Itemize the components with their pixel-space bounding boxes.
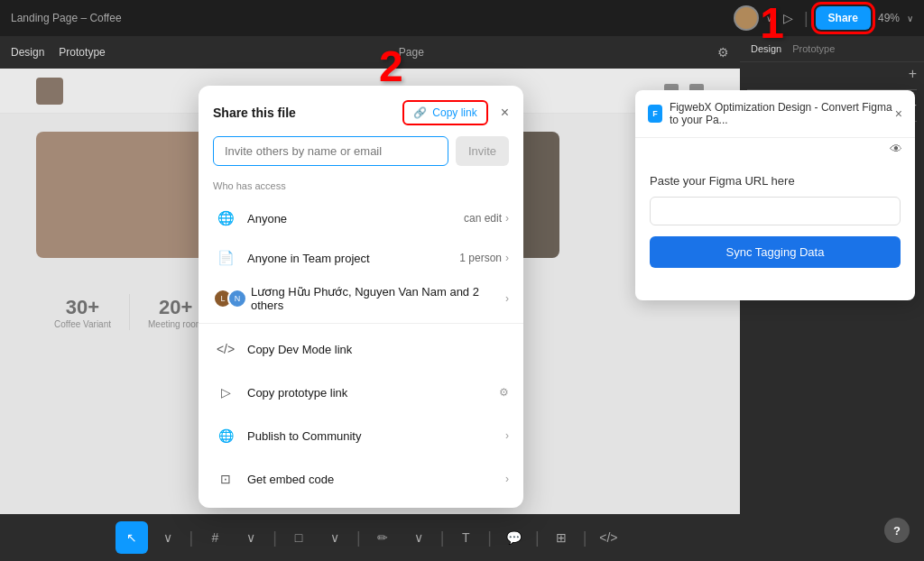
action-item-prototype[interactable]: ▷ Copy prototype link ⚙ [199, 371, 523, 414]
figwebx-url-input[interactable] [650, 197, 901, 225]
action-right-embed: › [505, 473, 509, 485]
settings-icon[interactable]: ⚙ [717, 45, 729, 60]
action-name-dev: Copy Dev Mode link [247, 343, 352, 356]
hero-image-light [36, 132, 217, 258]
action-left-dev: </> Copy Dev Mode link [213, 336, 352, 362]
embed-icon: ⊡ [213, 466, 238, 492]
annotation-1: 1 [760, 2, 784, 45]
text-tool-button[interactable]: T [449, 521, 482, 554]
access-item-anyone[interactable]: 🌐 Anyone can edit › [199, 198, 523, 238]
access-name-team: Anyone in Team project [247, 252, 370, 265]
access-left-anyone: 🌐 Anyone [213, 206, 287, 231]
panel-header-buttons: × [895, 106, 902, 121]
dialog-divider [199, 323, 523, 324]
access-item-team[interactable]: 📄 Anyone in Team project 1 person › [199, 238, 523, 278]
file-icon: 📄 [213, 245, 238, 271]
avatar[interactable] [734, 5, 759, 31]
prototype-tab-right[interactable]: Prototype [792, 43, 835, 54]
nav-logo [36, 78, 63, 105]
copy-link-button[interactable]: 🔗 Copy link [402, 100, 487, 125]
shape-tool-button[interactable]: □ [282, 521, 315, 554]
tool-divider-7: | [583, 529, 587, 547]
chevron-community-icon: › [505, 429, 509, 442]
action-name-community: Publish to Community [247, 429, 361, 443]
pen-tool-button[interactable]: ✏ [366, 521, 399, 554]
invite-button[interactable]: Invite [456, 136, 509, 166]
invite-input[interactable] [213, 136, 448, 166]
close-dialog-button[interactable]: × [501, 105, 509, 121]
bottom-toolbar: ↖ ∨ | # ∨ | □ ∨ | ✏ ∨ | T | 💬 | ⊞ | </> [0, 514, 740, 561]
design-prototype-tabs: Design Prototype [11, 46, 106, 59]
chevron-icon-team: › [505, 252, 509, 264]
action-name-prototype: Copy prototype link [247, 386, 347, 400]
figwebx-header: F FigwebX Optimization Design - Convert … [635, 90, 915, 138]
invite-row: Invite [199, 136, 523, 177]
secondary-toolbar: Design Prototype Page ⚙ [0, 36, 740, 69]
plus-icon: + [740, 62, 924, 86]
action-item-embed[interactable]: ⊡ Get embed code › [199, 457, 523, 501]
link-icon: 🔗 [413, 106, 427, 119]
shape-chevron-button[interactable]: ∨ [319, 521, 351, 554]
top-bar: Landing Page – Coffee ∨ ▷ | Share 49% ∨ [0, 0, 924, 36]
comment-tool-button[interactable]: 💬 [497, 521, 530, 554]
access-item-users[interactable]: L N Lương Hữu Phước, Nguyen Van Nam and … [199, 278, 523, 319]
right-icons: ⚙ [717, 45, 729, 60]
action-right-community: › [505, 429, 509, 442]
tab-prototype[interactable]: Prototype [59, 46, 105, 59]
gear-icon: ⚙ [499, 386, 509, 399]
chevron-icon: › [505, 212, 509, 225]
action-left-prototype: ▷ Copy prototype link [213, 380, 347, 405]
figwebx-body: Paste your Figma URL here Sync Tagging D… [635, 160, 915, 282]
access-left-team: 📄 Anyone in Team project [213, 245, 370, 271]
tool-divider-6: | [535, 529, 540, 547]
access-left-users: L N Lương Hữu Phước, Nguyen Van Nam and … [213, 285, 505, 312]
dialog-header: Share this file 🔗 Copy link × [199, 86, 523, 136]
globe-action-icon: 🌐 [213, 423, 238, 448]
access-right-team: 1 person › [459, 252, 509, 264]
access-right-anyone: can edit › [464, 212, 509, 225]
avatar-group: L N [213, 289, 242, 308]
tool-divider-2: | [273, 529, 277, 547]
globe-icon: 🌐 [213, 206, 238, 231]
tool-divider-1: | [189, 529, 194, 547]
help-button[interactable]: ? [884, 518, 910, 543]
action-left-embed: ⊡ Get embed code [213, 466, 334, 492]
divider-v: | [804, 9, 808, 28]
frame-chevron-button[interactable]: ∨ [235, 521, 267, 554]
share-button[interactable]: Share [816, 6, 871, 30]
dialog-title: Share this file [213, 106, 296, 120]
chevron-icon-users: › [505, 292, 509, 305]
select-tool-button[interactable]: ↖ [116, 521, 148, 554]
tool-divider-5: | [487, 529, 492, 547]
action-name-embed: Get embed code [247, 473, 334, 486]
figwebx-title-row: F FigwebX Optimization Design - Convert … [648, 101, 895, 126]
action-item-dev[interactable]: </> Copy Dev Mode link [199, 327, 523, 371]
zoom-chevron-icon: ∨ [907, 14, 913, 23]
annotation-2: 2 [379, 45, 403, 88]
play-icon: ▷ [213, 380, 238, 405]
tool-divider-4: | [440, 529, 445, 547]
access-name-users: Lương Hữu Phước, Nguyen Van Nam and 2 ot… [251, 285, 505, 312]
figwebx-title: FigwebX Optimization Design - Convert Fi… [670, 101, 895, 126]
zoom-button[interactable]: 49% [878, 12, 900, 24]
figwebx-logo: F [648, 105, 662, 123]
figwebx-url-label: Paste your Figma URL here [650, 174, 901, 188]
share-dialog: Share this file 🔗 Copy link × Invite Who… [199, 86, 523, 508]
figwebx-close-button[interactable]: × [895, 106, 902, 121]
tab-design[interactable]: Design [11, 46, 44, 59]
code-tool-button[interactable]: </> [592, 521, 624, 554]
eye-icon[interactable]: 👁 [890, 142, 902, 156]
figwebx-panel: F FigwebX Optimization Design - Convert … [635, 90, 915, 300]
frame-tool-button[interactable]: # [199, 521, 231, 554]
component-tool-button[interactable]: ⊞ [545, 521, 578, 554]
top-bar-title: Landing Page – Coffee [11, 12, 122, 24]
pen-chevron-button[interactable]: ∨ [402, 521, 435, 554]
action-left-community: 🌐 Publish to Community [213, 423, 361, 448]
sync-button[interactable]: Sync Tagging Data [650, 236, 901, 268]
action-right-prototype: ⚙ [499, 386, 509, 399]
chevron-embed-icon: › [505, 473, 509, 485]
action-item-community[interactable]: 🌐 Publish to Community › [199, 414, 523, 457]
access-right-users: › [505, 292, 509, 305]
chevron-tool-button[interactable]: ∨ [152, 521, 184, 554]
tool-divider-3: | [356, 529, 361, 547]
